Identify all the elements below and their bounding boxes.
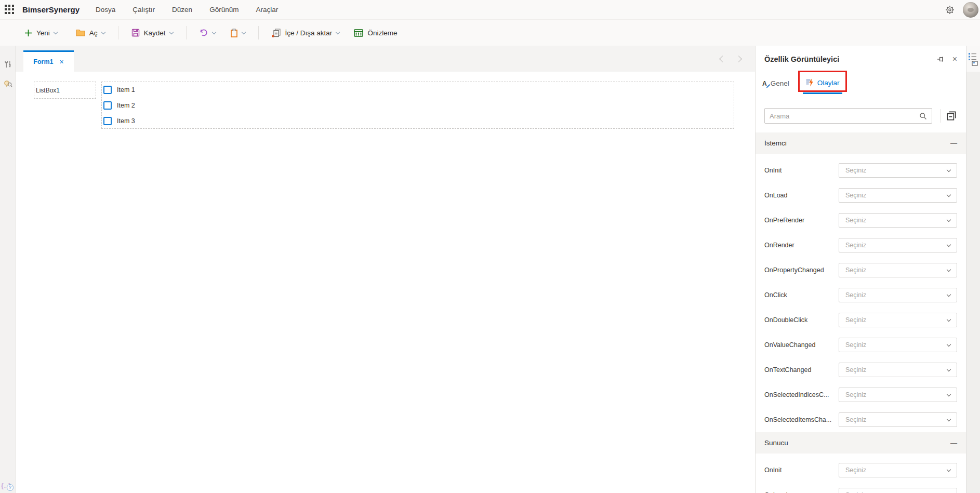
property-label: OnDoubleClick bbox=[764, 316, 839, 324]
menu-item[interactable]: Görünüm bbox=[209, 6, 239, 14]
tab-genel[interactable]: A Genel bbox=[762, 73, 789, 94]
event-select[interactable]: Seçiniz bbox=[839, 488, 957, 493]
listbox-item-row[interactable]: Item 1 bbox=[103, 82, 734, 98]
vertical-divider bbox=[941, 109, 941, 123]
event-select[interactable]: Seçiniz bbox=[839, 463, 957, 477]
save-button[interactable]: Kaydet bbox=[131, 29, 173, 37]
checkbox-icon[interactable] bbox=[103, 117, 112, 125]
app-title: BimserSynergy bbox=[22, 5, 80, 14]
save-label: Kaydet bbox=[144, 29, 166, 37]
event-select[interactable]: Seçiniz bbox=[839, 313, 957, 327]
event-select[interactable]: Seçiniz bbox=[839, 338, 957, 352]
menu-item[interactable]: Dosya bbox=[96, 6, 115, 14]
toolbox-collapsed-tab[interactable] bbox=[966, 46, 980, 72]
clipboard-button[interactable] bbox=[230, 29, 245, 37]
clipboard-icon bbox=[230, 29, 238, 37]
new-label: Yeni bbox=[36, 29, 50, 37]
topbar: BimserSynergy DosyaÇalıştırDüzenGörünümA… bbox=[0, 0, 980, 20]
panel-scroll-area[interactable]: İstemci — OnInit Seçiniz OnLoad bbox=[756, 132, 966, 493]
chevron-down-icon bbox=[947, 217, 951, 221]
select-placeholder: Seçiniz bbox=[845, 316, 866, 324]
menu-item[interactable]: Araçlar bbox=[256, 6, 278, 14]
event-select[interactable]: Seçiniz bbox=[839, 188, 957, 203]
workspace: {..} ? Form1 × ListBox1 Item 1 bbox=[0, 46, 980, 493]
event-select[interactable]: Seçiniz bbox=[839, 388, 957, 402]
property-label: OnRender bbox=[764, 242, 839, 249]
event-select[interactable]: Seçiniz bbox=[839, 363, 957, 377]
close-icon[interactable]: × bbox=[952, 55, 957, 63]
search-box[interactable] bbox=[764, 108, 932, 124]
listbox-item-label: Item 1 bbox=[117, 86, 135, 94]
select-placeholder: Seçiniz bbox=[845, 242, 866, 249]
new-button[interactable]: Yeni bbox=[24, 29, 57, 37]
pin-icon[interactable] bbox=[937, 55, 945, 63]
istemci-rows: OnInit Seçiniz OnLoad Seçiniz bbox=[756, 154, 966, 432]
import-export-label: İçe / Dışa aktar bbox=[285, 29, 333, 37]
property-label: OnSelectedItemsCha... bbox=[764, 416, 839, 423]
section-sunucu[interactable]: Sunucu — bbox=[756, 432, 966, 454]
canvas-body[interactable]: ListBox1 Item 1 Item 2 Item 3 bbox=[16, 72, 755, 493]
collapse-minus-icon[interactable]: — bbox=[950, 139, 957, 147]
toolbar-divider bbox=[186, 26, 187, 39]
property-viewer-panel: Özellik Görüntüleyici × A Genel bbox=[755, 46, 966, 493]
select-placeholder: Seçiniz bbox=[845, 467, 866, 474]
property-label: OnSelectedIndicesC... bbox=[764, 391, 839, 398]
collapse-all-icon[interactable] bbox=[946, 110, 957, 122]
tab-form1-label: Form1 bbox=[33, 58, 53, 65]
settings-gear-icon[interactable] bbox=[945, 5, 955, 15]
save-icon bbox=[131, 29, 140, 37]
tab-scroll-right-icon[interactable] bbox=[735, 56, 742, 62]
tab-olaylar[interactable]: Olaylar bbox=[803, 73, 843, 94]
inspect-idea-icon[interactable] bbox=[0, 80, 16, 88]
structure-list-icon bbox=[968, 52, 978, 66]
listbox-control[interactable]: Item 1 Item 2 Item 3 bbox=[101, 82, 734, 129]
listbox-item-label: Item 3 bbox=[117, 117, 135, 125]
preview-icon bbox=[354, 29, 363, 37]
checkbox-icon[interactable] bbox=[103, 86, 112, 94]
plus-icon bbox=[24, 29, 32, 37]
property-row: OnLoad Seçiniz bbox=[756, 483, 966, 493]
event-select[interactable]: Seçiniz bbox=[839, 288, 957, 302]
tab-nav-arrows bbox=[720, 46, 741, 72]
tab-scroll-left-icon[interactable] bbox=[719, 56, 726, 62]
listbox-caption[interactable]: ListBox1 bbox=[34, 82, 96, 99]
open-button[interactable]: Aç bbox=[76, 29, 105, 37]
event-select[interactable]: Seçiniz bbox=[839, 213, 957, 228]
property-row: OnLoad Seçiniz bbox=[756, 183, 966, 208]
menu-item[interactable]: Düzen bbox=[172, 6, 192, 14]
property-label: OnClick bbox=[764, 291, 839, 299]
preview-button[interactable]: Önizleme bbox=[354, 29, 397, 37]
property-label: OnInit bbox=[764, 467, 839, 474]
panel-search-row bbox=[764, 108, 957, 124]
undo-button[interactable] bbox=[200, 29, 216, 37]
collapse-minus-icon[interactable]: — bbox=[950, 439, 957, 447]
listbox-item-row[interactable]: Item 2 bbox=[103, 98, 734, 113]
tab-olaylar-label: Olaylar bbox=[817, 79, 840, 87]
event-select[interactable]: Seçiniz bbox=[839, 412, 957, 427]
event-select[interactable]: Seçiniz bbox=[839, 238, 957, 252]
tab-close-icon[interactable]: × bbox=[60, 58, 64, 65]
chevron-down-icon bbox=[101, 30, 105, 34]
tab-form1[interactable]: Form1 × bbox=[23, 50, 74, 72]
undo-icon bbox=[200, 29, 208, 37]
chevron-down-icon bbox=[947, 292, 951, 296]
listbox-item-row[interactable]: Item 3 bbox=[103, 113, 734, 129]
event-select[interactable]: Seçiniz bbox=[839, 263, 957, 277]
left-rail: {..} ? bbox=[0, 46, 16, 493]
select-placeholder: Seçiniz bbox=[845, 192, 866, 199]
select-placeholder: Seçiniz bbox=[845, 167, 866, 174]
import-export-button[interactable]: İçe / Dışa aktar bbox=[272, 29, 340, 37]
events-icon bbox=[806, 78, 814, 87]
chevron-down-icon bbox=[947, 467, 951, 471]
user-avatar[interactable] bbox=[963, 2, 978, 18]
tools-icon[interactable] bbox=[0, 60, 16, 69]
menu-item[interactable]: Çalıştır bbox=[133, 6, 155, 14]
select-placeholder: Seçiniz bbox=[845, 366, 866, 374]
property-row: OnSelectedIndicesC... Seçiniz bbox=[756, 382, 966, 407]
checkbox-icon[interactable] bbox=[103, 101, 112, 110]
section-istemci[interactable]: İstemci — bbox=[756, 132, 966, 154]
listbox-item-label: Item 2 bbox=[117, 102, 135, 109]
search-input[interactable] bbox=[770, 112, 919, 120]
event-select[interactable]: Seçiniz bbox=[839, 163, 957, 178]
app-launcher-icon[interactable] bbox=[5, 5, 15, 15]
